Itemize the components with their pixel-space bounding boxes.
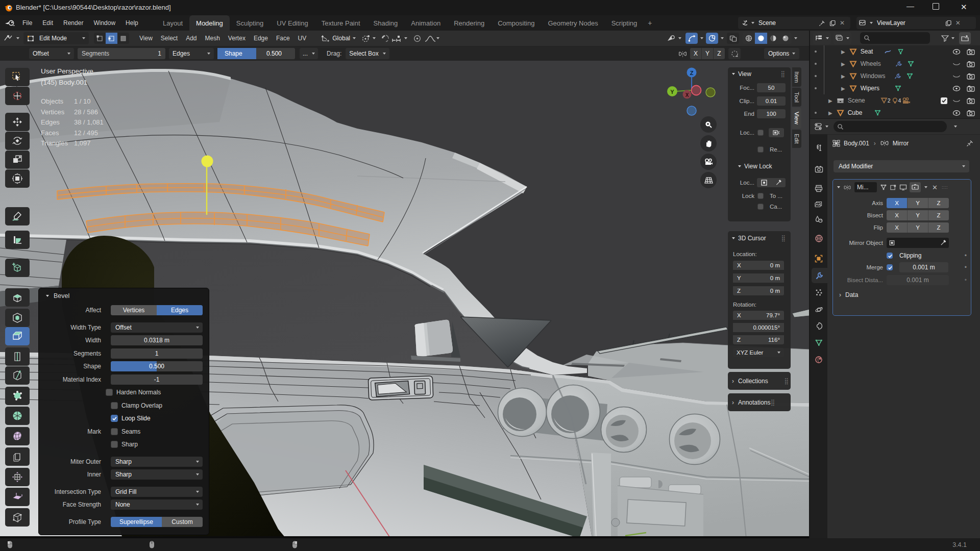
svg-text:Z: Z [690, 70, 694, 76]
svg-text:Y: Y [670, 89, 674, 95]
svg-text:X: X [685, 92, 689, 98]
